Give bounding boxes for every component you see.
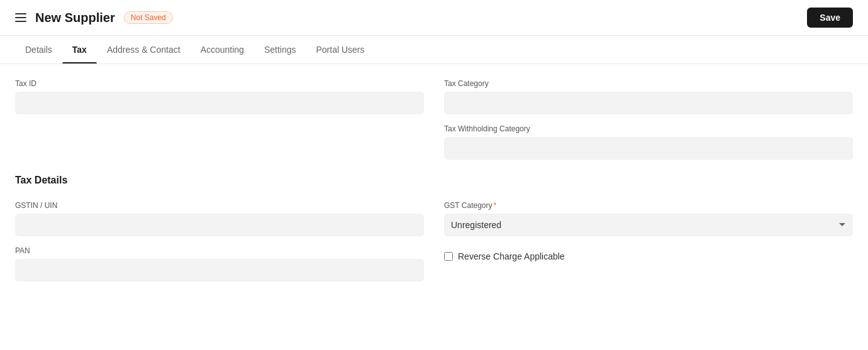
first-form-row: Tax ID Tax Category Tax Withholding Cate…	[15, 79, 853, 160]
reverse-charge-checkbox[interactable]	[444, 252, 453, 261]
page-title: New Supplier	[35, 11, 115, 25]
gstin-input[interactable]	[15, 214, 424, 236]
tax-details-section-title: Tax Details	[15, 175, 853, 186]
tabs: Details Tax Address & Contact Accounting…	[0, 36, 868, 64]
pan-input[interactable]	[15, 259, 424, 282]
tax-category-input[interactable]	[444, 92, 853, 114]
tax-withholding-group: Tax Withholding Category	[444, 124, 853, 160]
tab-portal-users[interactable]: Portal Users	[306, 36, 375, 63]
hamburger-icon[interactable]	[15, 13, 26, 22]
tax-id-group: Tax ID	[15, 79, 424, 160]
pan-label: PAN	[15, 246, 424, 255]
tax-category-label: Tax Category	[444, 79, 853, 88]
right-tax-group: Tax Category Tax Withholding Category	[444, 79, 853, 160]
tab-details[interactable]: Details	[15, 36, 62, 63]
tax-id-label: Tax ID	[15, 79, 424, 88]
third-form-row: PAN Reverse Charge Applicable	[15, 246, 853, 282]
tab-tax[interactable]: Tax	[62, 36, 97, 63]
tax-withholding-input[interactable]	[444, 137, 853, 160]
tab-accounting[interactable]: Accounting	[191, 36, 254, 63]
gstin-label: GSTIN / UIN	[15, 201, 424, 210]
tax-category-group: Tax Category	[444, 79, 853, 114]
gst-category-group: GST Category* Unregistered Registered Re…	[444, 201, 853, 236]
content: Tax ID Tax Category Tax Withholding Cate…	[0, 64, 868, 307]
reverse-charge-group: Reverse Charge Applicable	[444, 246, 853, 282]
header-left: New Supplier Not Saved	[15, 11, 173, 25]
header: New Supplier Not Saved Save	[0, 0, 868, 36]
reverse-charge-label: Reverse Charge Applicable	[458, 251, 565, 261]
tax-id-input[interactable]	[15, 92, 424, 114]
tab-settings[interactable]: Settings	[254, 36, 306, 63]
second-form-row: GSTIN / UIN GST Category* Unregistered R…	[15, 201, 853, 236]
gst-category-form-group: GST Category* Unregistered Registered Re…	[444, 201, 853, 236]
section-divider: Tax Details	[15, 175, 853, 186]
tab-address-contact[interactable]: Address & Contact	[97, 36, 191, 63]
tax-withholding-label: Tax Withholding Category	[444, 124, 853, 133]
gst-category-label: GST Category*	[444, 201, 853, 210]
reverse-charge-row: Reverse Charge Applicable	[444, 251, 853, 261]
not-saved-badge: Not Saved	[124, 11, 173, 24]
gst-category-select[interactable]: Unregistered Registered Regular Register…	[444, 214, 853, 236]
save-button[interactable]: Save	[807, 8, 853, 28]
pan-group: PAN	[15, 246, 424, 282]
gstin-group: GSTIN / UIN	[15, 201, 424, 236]
